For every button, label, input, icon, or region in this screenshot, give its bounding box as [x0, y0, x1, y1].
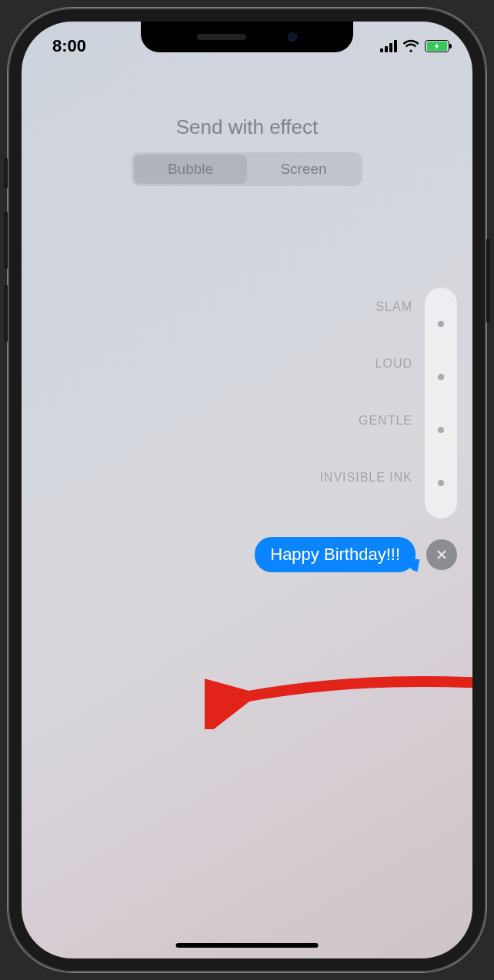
speaker-grille: [197, 34, 246, 40]
home-indicator[interactable]: [176, 943, 319, 948]
tab-bubble[interactable]: Bubble: [134, 155, 247, 184]
effect-dot-slam[interactable]: [438, 321, 444, 327]
effect-option-loud[interactable]: LOUD: [376, 357, 412, 371]
message-preview-row: Happy Birthday!!!: [255, 537, 457, 572]
effect-option-slam[interactable]: SLAM: [376, 300, 412, 314]
effect-dot-loud[interactable]: [438, 374, 444, 380]
screen: 8:00 Send with effect Bubble Screen S: [22, 22, 472, 958]
tab-screen[interactable]: Screen: [247, 155, 360, 184]
wifi-icon: [402, 38, 419, 55]
volume-down-button: [4, 285, 8, 342]
effect-dot-gentle[interactable]: [438, 427, 444, 433]
message-bubble: Happy Birthday!!!: [255, 537, 416, 572]
effect-option-invisible-ink[interactable]: INVISIBLE INK: [319, 471, 412, 485]
status-right: [380, 38, 449, 55]
effect-selector-rail[interactable]: [425, 288, 457, 518]
effect-option-gentle[interactable]: GENTLE: [359, 414, 412, 428]
front-camera: [288, 32, 297, 42]
notch: [141, 22, 353, 52]
power-button: [486, 238, 490, 323]
mute-switch: [4, 158, 8, 188]
cellular-signal-icon: [380, 40, 397, 52]
battery-charging-icon: [427, 42, 447, 51]
effect-type-segmented-control[interactable]: Bubble Screen: [132, 152, 362, 186]
effect-dot-invisible-ink[interactable]: [438, 480, 444, 486]
page-title: Send with effect: [22, 115, 472, 139]
cancel-button[interactable]: [426, 539, 457, 570]
battery-icon: [425, 40, 449, 52]
iphone-device-frame: 8:00 Send with effect Bubble Screen S: [8, 8, 486, 972]
close-icon: [435, 548, 449, 562]
annotation-arrow-icon: [205, 660, 472, 729]
volume-up-button: [4, 212, 8, 269]
status-time: 8:00: [52, 36, 86, 56]
